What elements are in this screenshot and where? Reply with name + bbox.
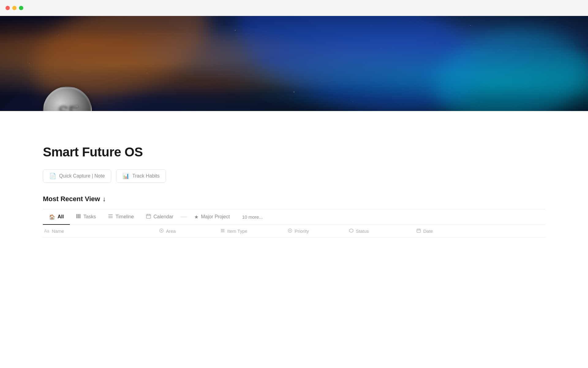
hero-banner: SF (0, 16, 588, 111)
tab-tasks-label: Tasks (83, 214, 96, 220)
minimize-button[interactable] (12, 6, 17, 10)
col-name-label: Name (52, 228, 64, 234)
sort-icon: ↓ (103, 195, 106, 203)
col-header-date[interactable]: Date (417, 228, 478, 234)
tab-all-icon: 🏠 (49, 214, 55, 220)
tab-calendar-label: Calendar (153, 214, 173, 220)
page-title: Smart Future OS (43, 145, 545, 159)
tab-all[interactable]: 🏠 All (43, 210, 70, 225)
more-tabs-button[interactable]: 10 more... (236, 210, 269, 224)
tab-timeline-label: Timeline (115, 214, 134, 220)
tab-tasks-icon (76, 214, 81, 220)
tab-major-project[interactable]: ★ Major Project (188, 210, 236, 225)
quick-capture-label: Quick Capture | Note (59, 173, 105, 179)
svg-rect-13 (221, 230, 224, 231)
svg-rect-3 (108, 214, 113, 215)
nebula-decoration-3 (428, 19, 588, 111)
col-name-icon: Aa (44, 228, 49, 233)
tab-calendar-icon (146, 214, 151, 220)
svg-rect-12 (221, 229, 224, 230)
col-header-item-type[interactable]: Item Type (221, 228, 288, 234)
svg-rect-17 (417, 229, 420, 232)
quick-capture-button[interactable]: 📄 Quick Capture | Note (43, 169, 111, 183)
col-date-icon (417, 228, 421, 234)
svg-rect-2 (79, 214, 81, 218)
svg-rect-6 (146, 214, 151, 218)
track-habits-icon: 📊 (123, 173, 129, 179)
tab-timeline-icon (108, 214, 113, 220)
col-header-area[interactable]: Area (159, 228, 221, 234)
col-header-status[interactable]: Status (349, 228, 417, 234)
col-area-label: Area (166, 228, 176, 234)
close-button[interactable] (6, 6, 10, 10)
svg-rect-4 (108, 216, 113, 217)
col-header-priority[interactable]: Priority (288, 228, 349, 234)
col-status-icon (349, 228, 353, 234)
title-bar (0, 0, 588, 16)
svg-rect-0 (76, 214, 77, 218)
section-header-label: Most Recent View (43, 195, 100, 203)
avatar: SF (43, 86, 92, 111)
svg-rect-1 (78, 214, 79, 218)
maximize-button[interactable] (19, 6, 23, 10)
avatar-initials: SF (57, 101, 78, 111)
quick-capture-icon: 📄 (49, 173, 56, 179)
tab-timeline[interactable]: Timeline (102, 209, 140, 225)
col-status-label: Status (356, 228, 369, 234)
tab-tasks[interactable]: Tasks (70, 209, 102, 225)
track-habits-button[interactable]: 📊 Track Habits (116, 169, 166, 183)
tab-separator (181, 217, 187, 217)
svg-point-16 (289, 230, 291, 231)
svg-rect-5 (108, 217, 113, 218)
svg-rect-14 (221, 232, 224, 232)
avatar-container: SF (43, 86, 92, 111)
col-item-type-label: Item Type (227, 228, 247, 234)
action-buttons-row: 📄 Quick Capture | Note 📊 Track Habits (43, 169, 545, 183)
col-date-label: Date (423, 228, 433, 234)
tab-calendar[interactable]: Calendar (140, 209, 179, 225)
section-header: Most Recent View ↓ (43, 195, 545, 203)
col-area-icon (159, 228, 164, 234)
col-priority-label: Priority (295, 228, 309, 234)
tab-major-project-label: Major Project (201, 214, 230, 220)
tab-all-label: All (58, 214, 64, 220)
col-header-name[interactable]: Aa Name (43, 228, 159, 234)
tabs-container: 🏠 All Tasks Timeline (43, 209, 545, 225)
col-priority-icon (288, 228, 292, 234)
more-tabs-label: 10 more... (242, 214, 263, 220)
track-habits-label: Track Habits (132, 173, 160, 179)
table-header: Aa Name Area Item Type (43, 225, 545, 238)
main-content: Smart Future OS 📄 Quick Capture | Note 📊… (0, 111, 588, 238)
col-item-type-icon (221, 228, 225, 234)
nebula-decoration-2 (224, 16, 492, 111)
tab-major-project-icon: ★ (194, 214, 198, 220)
svg-point-11 (161, 230, 162, 231)
